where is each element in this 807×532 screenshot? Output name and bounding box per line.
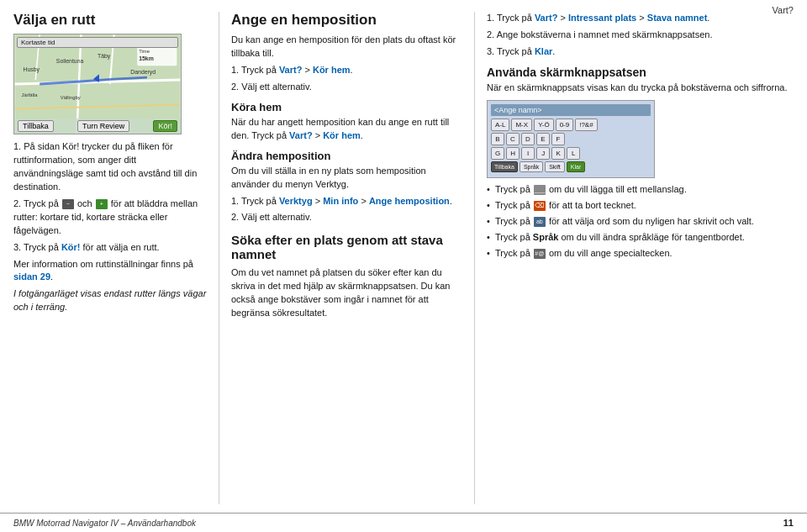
- verktyg-link[interactable]: Verktyg: [279, 196, 313, 206]
- key-tillbaka[interactable]: Tillbaka: [491, 161, 518, 172]
- del-icon: ⌫: [534, 201, 546, 211]
- bullet-item-2: Tryck på ab för att välja ord som du nyl…: [487, 215, 794, 229]
- right-step3-text: Tryck på Klar.: [497, 46, 555, 56]
- andra-step1-text: Tryck på Verktyg > Min info > Ange hempo…: [241, 196, 452, 206]
- key-mx[interactable]: M-X: [511, 119, 532, 131]
- andra-text: Om du vill ställa in en ny plats som hem…: [231, 165, 462, 192]
- keyboard-title-bar: <Ange namn>: [491, 104, 651, 116]
- right-step2-num: 2.: [487, 29, 494, 40]
- key-b[interactable]: B: [491, 133, 504, 145]
- turn-review-btn[interactable]: Turn Review: [77, 120, 129, 132]
- soka-text: Om du vet namnet på platsen du söker eft…: [231, 266, 462, 320]
- middle-intro: Du kan ange en hemposition för den plats…: [231, 34, 462, 61]
- key-g[interactable]: G: [491, 147, 504, 160]
- key-c[interactable]: C: [506, 133, 520, 145]
- svg-text:Time: Time: [139, 49, 150, 54]
- section-title-middle: Ange en hemposition: [231, 12, 462, 29]
- min-info-link[interactable]: Min info: [323, 196, 358, 206]
- stava-link[interactable]: Stava namnet: [647, 13, 708, 23]
- left-step1-text: På sidan Kör! trycker du på fliken för r…: [13, 141, 197, 192]
- left-extra-text: Mer information om ruttinställningar fin…: [13, 259, 193, 269]
- bullet-list: Tryck på ___ om du vill lägga till ett m…: [487, 183, 794, 261]
- spec-icon: #@: [534, 249, 546, 259]
- vart-link-2[interactable]: Vart?: [289, 130, 313, 140]
- left-extra-info: Mer information om ruttinställningar fin…: [13, 258, 207, 285]
- main-content: Välja en rutt Husby Sollentuna Täby D: [0, 0, 807, 513]
- key-sprak[interactable]: Språk: [520, 161, 543, 172]
- sidan29-link[interactable]: sidan 29: [13, 271, 50, 282]
- bullet-item-3: Tryck på Språk om du vill ändra språkläg…: [487, 231, 794, 245]
- minus-icon: −: [62, 199, 74, 209]
- right-step2-text: Ange bokstäverna i namnet med skärmknapp…: [497, 29, 713, 40]
- middle-step2-num: 2.: [231, 82, 239, 92]
- bullet4-mid: om du vill ange specialtecken.: [549, 248, 672, 258]
- right-step1-text: Tryck på Vart? > Intressant plats > Stav…: [497, 13, 709, 23]
- word-icon: ab: [534, 217, 546, 227]
- svg-text:Sollentuna: Sollentuna: [56, 58, 84, 64]
- svg-text:Järfälla: Järfälla: [22, 92, 39, 97]
- andra-step2-num: 2.: [231, 212, 239, 222]
- map-top-btn[interactable]: Kortaste tid: [17, 37, 178, 48]
- middle-step1: 1. Tryck på Vart? > Kör hem.: [231, 64, 462, 77]
- middle-step2-text: Välj ett alternativ.: [241, 82, 312, 92]
- keyboard-row-2: B C D E F: [491, 133, 651, 145]
- key-al[interactable]: A-L: [491, 119, 509, 131]
- sprak-link-bullet[interactable]: Språk: [533, 232, 559, 242]
- key-j[interactable]: J: [536, 147, 550, 160]
- key-klar[interactable]: Klar: [567, 161, 585, 172]
- middle-step2: 2. Välj ett alternativ.: [231, 81, 462, 94]
- bullet2-mid: för att välja ord som du nyligen har skr…: [549, 216, 754, 226]
- kor-hem-link[interactable]: Kör hem: [313, 65, 351, 75]
- anvanda-title: Använda skärmknappsatsen: [487, 66, 794, 79]
- key-yo[interactable]: Y-Ö: [534, 119, 554, 131]
- left-step2: 2. Tryck på − och + för att bläddra mell…: [13, 198, 207, 238]
- bullet-item-4: Tryck på #@ om du vill ange specialtecke…: [487, 247, 794, 261]
- col-right: 1. Tryck på Vart? > Intressant plats > S…: [474, 12, 794, 504]
- keyboard-bottom-row: Tillbaka Språk Skift Klar: [491, 161, 651, 172]
- key-d[interactable]: D: [521, 133, 535, 145]
- andra-step1: 1. Tryck på Verktyg > Min info > Ange he…: [231, 195, 462, 208]
- key-special[interactable]: !?&#: [575, 119, 597, 131]
- key-skift[interactable]: Skift: [545, 161, 565, 172]
- page-footer: BMW Motorrad Navigator IV – Användarhand…: [0, 513, 807, 532]
- plus-icon: +: [96, 199, 108, 209]
- col-left: Välja en rutt Husby Sollentuna Täby D: [13, 12, 207, 504]
- middle-step1-text: Tryck på Vart? > Kör hem.: [241, 65, 353, 75]
- vart-link-1[interactable]: Vart?: [279, 65, 303, 75]
- bullet2-prefix: Tryck på: [495, 216, 530, 226]
- kor-hem-link-2[interactable]: Kör hem: [323, 130, 361, 140]
- klar-link[interactable]: Klar: [535, 46, 552, 56]
- kor-link[interactable]: Kör!: [61, 242, 81, 252]
- key-f[interactable]: F: [551, 133, 565, 145]
- page-title-text: Vart?: [773, 5, 794, 15]
- andra-step2-text: Välj ett alternativ.: [241, 212, 312, 222]
- ange-hemposition-link[interactable]: Ange hemposition: [369, 196, 450, 206]
- key-h[interactable]: H: [506, 147, 520, 160]
- right-step2: 2. Ange bokstäverna i namnet med skärmkn…: [487, 29, 794, 42]
- bullet3-mid: om du vill ändra språkläge för tangentbo…: [561, 232, 744, 242]
- vart-link-right[interactable]: Vart?: [535, 13, 558, 23]
- key-e[interactable]: E: [536, 133, 550, 145]
- back-btn[interactable]: Tillbaka: [18, 120, 54, 132]
- bullet4-prefix: Tryck på: [495, 248, 530, 258]
- svg-text:Danderyd: Danderyd: [130, 69, 156, 76]
- key-k[interactable]: K: [551, 147, 565, 160]
- key-09[interactable]: 0-9: [556, 119, 574, 131]
- bullet-item-0: Tryck på ___ om du vill lägga till ett m…: [487, 183, 794, 197]
- bullet1-mid: för att ta bort tecknet.: [549, 200, 636, 210]
- go-btn[interactable]: Kör!: [153, 120, 177, 132]
- kora-hem-title: Köra hem: [231, 101, 462, 113]
- bullet0-prefix: Tryck på: [495, 184, 530, 194]
- key-l-row3[interactable]: L: [567, 147, 580, 160]
- left-step3-end: för att välja en rutt.: [83, 242, 160, 252]
- svg-text:Vällingby: Vällingby: [61, 95, 81, 100]
- left-step1: 1. På sidan Kör! trycker du på fliken fö…: [13, 140, 207, 194]
- intressant-link[interactable]: Intressant plats: [568, 13, 636, 23]
- andra-title: Ändra hemposition: [231, 150, 462, 162]
- right-step3: 3. Tryck på Klar.: [487, 45, 794, 59]
- section-title-left: Välja en rutt: [13, 12, 207, 29]
- key-i[interactable]: I: [521, 147, 535, 160]
- andra-step1-num: 1.: [231, 196, 239, 206]
- left-step3-num: 3.: [13, 242, 21, 252]
- middle-step1-num: 1.: [231, 65, 239, 75]
